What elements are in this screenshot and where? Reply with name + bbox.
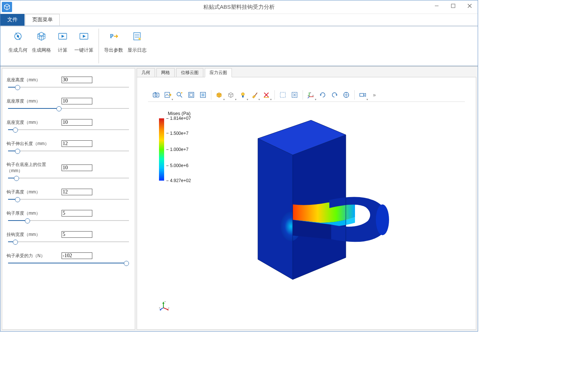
mesh-icon — [36, 31, 47, 42]
tab-file[interactable]: 文件 — [0, 14, 25, 26]
param-slider[interactable] — [8, 239, 129, 244]
toolbar-separator — [354, 90, 355, 100]
param-slider[interactable] — [8, 85, 129, 90]
svg-text:z: z — [310, 92, 311, 94]
toolbar-separator — [303, 90, 303, 100]
tab-mesh[interactable]: 网格 — [156, 68, 175, 77]
zoom-box-icon[interactable] — [198, 90, 208, 100]
graphics-toolbar: ▼▼▼▼▼▼zyx▼▼» — [148, 88, 465, 102]
canvas[interactable]: Mises (Pa) 1.814e+071.500e+71.000e+75.00… — [148, 102, 465, 319]
axes-icon[interactable]: zyx▼ — [306, 90, 316, 100]
legend-tick: 1.814e+07 — [166, 116, 191, 121]
param-row: 挂钩宽度（mm） — [7, 231, 130, 244]
svg-point-5 — [17, 35, 19, 37]
titlebar: 粘贴式ABS塑料挂钩受力分析 — [0, 0, 478, 14]
param-row: 底座高度（mm） — [7, 77, 130, 90]
param-input[interactable] — [62, 189, 92, 195]
param-label: 钩子高度（mm） — [7, 189, 62, 195]
log-icon — [132, 31, 143, 42]
ribbon: 生成几何 生成网格 计算 一键计算 — [0, 26, 478, 66]
svg-text:z: z — [164, 300, 166, 303]
param-input[interactable] — [62, 119, 92, 126]
brush-icon[interactable]: ▼ — [249, 90, 260, 100]
svg-text:x: x — [159, 307, 160, 309]
param-input[interactable] — [62, 164, 92, 171]
svg-marker-51 — [258, 138, 293, 280]
tab-geometry[interactable]: 几何 — [137, 68, 155, 77]
param-slider[interactable] — [8, 218, 129, 223]
btn-gen-geometry[interactable]: 生成几何 — [6, 29, 30, 54]
param-label: 钩子伸出长度（mm） — [7, 141, 62, 147]
view-icon[interactable] — [341, 90, 351, 100]
svg-line-29 — [255, 93, 257, 96]
btn-export-params[interactable]: P 导出参数 — [102, 29, 125, 54]
param-input[interactable] — [62, 98, 92, 104]
svg-line-39 — [308, 97, 309, 98]
compute-icon — [57, 31, 68, 42]
param-input[interactable] — [62, 231, 92, 238]
svg-rect-48 — [360, 93, 364, 96]
zoom-extents-icon[interactable] — [186, 90, 196, 100]
camera-icon[interactable]: ▼ — [358, 90, 368, 100]
svg-marker-49 — [364, 93, 366, 96]
more-icon[interactable]: » — [369, 90, 380, 100]
svg-marker-43 — [320, 95, 322, 96]
svg-line-21 — [180, 96, 182, 97]
svg-point-17 — [155, 94, 157, 96]
legend-tick: 1.000e+7 — [166, 147, 188, 152]
transparency-icon[interactable]: ▼ — [214, 90, 225, 100]
param-input[interactable] — [62, 77, 92, 83]
toolbar-separator — [274, 90, 275, 100]
svg-rect-26 — [201, 93, 204, 96]
param-slider[interactable] — [8, 260, 129, 266]
tab-page-menu[interactable]: 页面菜单 — [25, 14, 60, 26]
param-label: 钩子承受的力（N） — [7, 253, 62, 259]
param-slider[interactable] — [8, 148, 129, 154]
svg-rect-28 — [242, 96, 244, 97]
rotate-ccw-icon[interactable] — [329, 90, 340, 100]
param-slider[interactable] — [8, 175, 129, 181]
select-box-icon[interactable] — [278, 90, 288, 100]
param-input[interactable] — [62, 210, 92, 217]
svg-marker-7 — [62, 35, 64, 38]
param-label: 挂钩宽度（mm） — [7, 232, 62, 238]
tab-displacement[interactable]: 位移云图 — [176, 68, 203, 77]
export-image-icon[interactable]: ▼ — [163, 90, 173, 100]
btn-show-log[interactable]: 显示日志 — [125, 29, 149, 54]
tab-stress[interactable]: 应力云图 — [205, 68, 232, 77]
wireframe-icon[interactable]: ▼ — [226, 90, 236, 100]
select-all-icon[interactable] — [289, 90, 300, 100]
maximize-button[interactable] — [445, 0, 461, 11]
view-tabs: 几何 网格 位移云图 应力云图 — [137, 68, 476, 77]
param-input[interactable] — [62, 140, 92, 147]
screenshot-icon[interactable] — [151, 90, 161, 100]
param-row: 底座厚度（mm） — [7, 98, 130, 111]
legend-tick: 1.500e+7 — [166, 131, 188, 136]
light-icon[interactable]: ▼ — [238, 90, 248, 100]
param-slider[interactable] — [8, 197, 129, 202]
legend-tick: 5.000e+6 — [166, 163, 188, 168]
btn-compute[interactable]: 计算 — [53, 29, 72, 54]
minimize-button[interactable] — [428, 0, 445, 11]
btn-one-click-compute[interactable]: 一键计算 — [72, 29, 96, 54]
svg-rect-24 — [190, 93, 193, 96]
svg-rect-1 — [451, 4, 455, 8]
geometry-icon — [12, 31, 23, 42]
param-slider[interactable] — [8, 106, 129, 111]
close-button[interactable] — [461, 0, 478, 11]
param-input[interactable] — [62, 252, 92, 259]
rotate-cw-icon[interactable] — [318, 90, 328, 100]
svg-point-54 — [376, 204, 389, 235]
svg-point-27 — [241, 93, 244, 96]
svg-point-15 — [138, 38, 141, 40]
param-label: 底座高度（mm） — [7, 77, 62, 83]
param-label: 钩子厚度（mm） — [7, 210, 62, 217]
zoom-icon[interactable] — [174, 90, 185, 100]
param-slider[interactable] — [8, 127, 129, 132]
btn-gen-mesh[interactable]: 生成网格 — [30, 29, 53, 54]
param-label: 钩子在底座上的位置（mm） — [7, 162, 62, 174]
params-panel: 底座高度（mm）底座厚度（mm）底座宽度（mm）钩子伸出长度（mm）钩子在底座上… — [2, 68, 135, 330]
export-icon: P — [108, 31, 119, 42]
param-row: 钩子高度（mm） — [7, 189, 130, 202]
clear-icon[interactable]: ▼ — [261, 90, 271, 100]
